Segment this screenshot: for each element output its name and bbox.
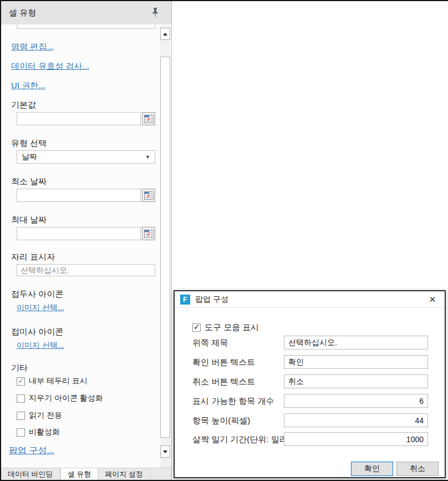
checkbox-label: 비활성화 [29, 427, 60, 437]
app-window: 셀 유형 명령 편집... 데이터 유효성 검사... UI 권한... 기본값 [0, 0, 448, 481]
type-select-dropdown[interactable]: 날짜 ▼ [17, 150, 155, 164]
min-date-input[interactable] [17, 189, 141, 202]
checkbox-box[interactable]: ✓ [17, 412, 25, 420]
dialog-title: 팝업 구성 [195, 295, 228, 305]
checkbox-disabled[interactable]: ✓ 비활성화 [17, 427, 60, 437]
suffix-image-select-link[interactable]: 이미지 선택... [17, 341, 64, 351]
visible-item-count-field[interactable] [284, 394, 427, 407]
default-value-field[interactable] [17, 113, 140, 125]
scroll-down-button[interactable] [160, 445, 170, 458]
checkbox-box[interactable]: ✓ [192, 323, 201, 332]
top-title-input[interactable] [284, 336, 428, 350]
clipped-input-field[interactable] [17, 24, 155, 28]
triangle-up-icon [163, 33, 167, 36]
panel-tab-bar: 데이터 바인딩 셀 유형 페이지 설정 [1, 468, 171, 480]
cell-reference-icon [144, 115, 154, 123]
item-height-label: 항목 높이(픽셀) [192, 413, 250, 427]
min-date-cell-picker-button[interactable] [142, 189, 155, 202]
item-height-field[interactable] [284, 414, 427, 427]
swipe-duration-field[interactable] [284, 433, 427, 445]
max-date-label: 최대 날짜 [11, 215, 47, 225]
type-select-value: 날짜 [22, 152, 37, 162]
checkbox-label: 지우기 아이콘 활성화 [29, 393, 103, 403]
checkbox-read-only[interactable]: ✓ 읽기 전용 [17, 411, 62, 421]
max-date-field[interactable] [17, 227, 140, 240]
tab-data-binding[interactable]: 데이터 바인딩 [1, 468, 60, 480]
ok-button-text-label: 확인 버튼 텍스트 [192, 355, 255, 369]
placeholder-input[interactable] [17, 264, 155, 276]
swipe-duration-input[interactable] [284, 432, 428, 446]
visible-item-count-input[interactable] [284, 394, 428, 408]
min-date-label: 최소 날짜 [11, 176, 47, 187]
cancel-button-text-field[interactable] [284, 375, 427, 388]
visible-item-count-label: 표시 가능한 항목 개수 [192, 394, 274, 408]
cell-type-panel: 셀 유형 명령 편집... 데이터 유효성 검사... UI 권한... 기본값 [1, 1, 172, 480]
popup-config-dialog: F 팝업 구성 ✕ ✓ 도구 모음 표시 위쪽 제목 확인 버튼 텍스트 취소 … [174, 290, 446, 478]
popup-config-link[interactable]: 팝업 구성... [9, 445, 54, 457]
close-icon[interactable]: ✕ [426, 293, 439, 306]
type-select-label: 유형 선택 [11, 138, 47, 149]
cell-reference-icon [144, 191, 154, 200]
min-date-field[interactable] [17, 189, 140, 201]
checkbox-box[interactable]: ✓ [17, 394, 25, 403]
scroll-up-button[interactable] [160, 28, 170, 40]
app-logo-icon: F [180, 295, 190, 305]
panel-header: 셀 유형 [1, 1, 171, 24]
ui-permission-link[interactable]: UI 권한... [11, 80, 45, 91]
pin-icon[interactable] [151, 7, 159, 18]
default-value-cell-picker-button[interactable] [142, 112, 155, 125]
checkbox-enable-clear-icon[interactable]: ✓ 지우기 아이콘 활성화 [17, 393, 103, 403]
command-edit-link[interactable]: 명령 편집... [11, 42, 54, 52]
placeholder-label: 자리 표시자 [11, 252, 55, 262]
clipped-input[interactable] [17, 24, 155, 29]
top-title-label: 위쪽 제목 [192, 336, 228, 350]
cancel-button[interactable]: 취소 [396, 462, 439, 476]
max-date-input[interactable] [17, 227, 141, 240]
default-value-label: 기본값 [11, 100, 36, 110]
checkbox-show-toolbar[interactable]: ✓ 도구 모음 표시 [192, 322, 259, 333]
default-value-input[interactable] [17, 112, 141, 125]
scrollbar-thumb[interactable] [160, 57, 170, 438]
checkbox-label: 도구 모음 표시 [205, 322, 259, 333]
triangle-down-icon [163, 450, 167, 453]
checkbox-box[interactable]: ✓ [17, 428, 25, 437]
other-section-label: 기타 [11, 363, 28, 373]
cancel-button-text-input[interactable] [284, 374, 428, 388]
suffix-icon-label: 접미사 아이콘 [11, 327, 63, 337]
placeholder-field[interactable] [17, 265, 155, 276]
data-validation-link[interactable]: 데이터 유효성 검사... [11, 61, 89, 72]
ok-button[interactable]: 확인 [351, 462, 393, 476]
cell-reference-icon [144, 230, 154, 238]
cancel-button-text-label: 취소 버튼 텍스트 [192, 374, 255, 388]
checkbox-box[interactable]: ✓ [17, 377, 25, 386]
dialog-title-bar[interactable]: F 팝업 구성 ✕ [175, 291, 445, 308]
ok-button-text-field[interactable] [284, 356, 427, 368]
max-date-cell-picker-button[interactable] [142, 227, 155, 240]
item-height-input[interactable] [284, 413, 428, 427]
tab-page-settings[interactable]: 페이지 설정 [98, 468, 150, 480]
top-title-field[interactable] [284, 336, 427, 349]
panel-content: 명령 편집... 데이터 유효성 검사... UI 권한... 기본값 유형 선… [1, 24, 159, 469]
checkbox-show-inner-border[interactable]: ✓ 내부 테두리 표시 [17, 376, 88, 386]
swipe-duration-label: 살짝 밀기 기간(단위: 밀리초) [192, 432, 299, 446]
panel-scrollbar[interactable] [160, 26, 170, 469]
checkbox-label: 읽기 전용 [29, 411, 62, 421]
checkbox-label: 내부 테두리 표시 [29, 376, 88, 386]
chevron-down-icon: ▼ [145, 154, 150, 160]
panel-title: 셀 유형 [9, 8, 36, 18]
prefix-image-select-link[interactable]: 이미지 선택... [17, 303, 64, 313]
prefix-icon-label: 접두사 아이콘 [11, 289, 63, 300]
tab-cell-type[interactable]: 셀 유형 [60, 468, 99, 480]
ok-button-text-input[interactable] [284, 355, 428, 369]
